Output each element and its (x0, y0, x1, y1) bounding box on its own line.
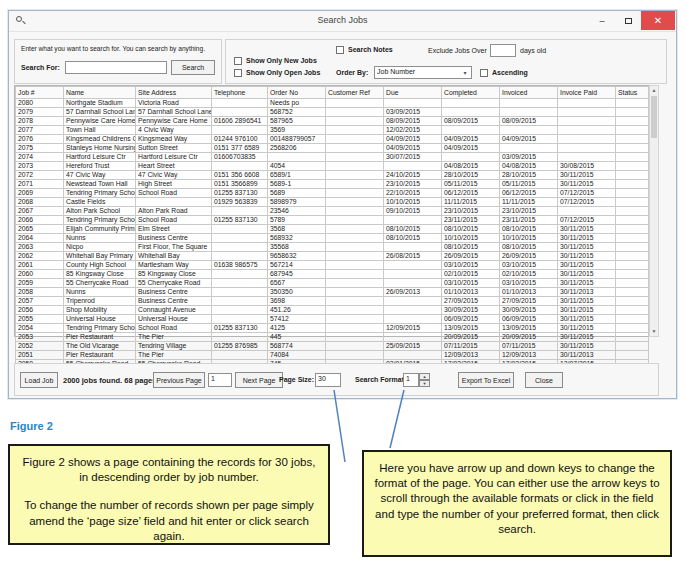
search-format-input[interactable]: 1 (403, 373, 419, 387)
show-only-new-jobs-checkbox[interactable] (234, 57, 242, 65)
scroll-down-icon[interactable]: ▼ (650, 327, 658, 336)
table-row[interactable]: 2078Pennywise Care HomePennywise Care Ho… (16, 117, 649, 126)
table-row[interactable]: 2065Elijah Community PrimaryElm Street35… (16, 225, 649, 234)
scrollbar-thumb[interactable] (651, 96, 657, 138)
close-window-button[interactable]: ✕ (641, 11, 675, 30)
table-row[interactable]: 2054Tendring Primary SchoolSchool Road01… (16, 324, 649, 333)
table-cell: 2076 (16, 135, 64, 144)
table-row[interactable]: 2075Stanleys Home Nursing CareSutton Str… (16, 144, 649, 153)
table-cell: 5689 (268, 189, 326, 198)
search-format-spinner: ▲ ▼ (419, 373, 430, 387)
table-row[interactable]: 2055Universal HouseUniversal House574120… (16, 315, 649, 324)
table-cell: 30/08/2015 (558, 162, 616, 171)
column-header[interactable]: Order No (268, 87, 326, 99)
table-row[interactable]: 2064NunnsBusiness Centre56893208/10/2015… (16, 234, 649, 243)
table-cell (616, 126, 649, 135)
table-row[interactable]: 2080Northgate StadiumVictoria RoadNeeds … (16, 99, 649, 108)
search-button[interactable]: Search (171, 60, 215, 75)
table-cell: 26/09/2015 (442, 252, 500, 261)
table-row[interactable]: 2051Pier RestaurantThe Pier7408412/09/20… (16, 351, 649, 360)
spinner-down-icon[interactable]: ▼ (419, 380, 430, 387)
column-header[interactable]: Telephone (212, 87, 268, 99)
table-row[interactable]: 2077Town Hall4 Civic Way356912/02/2015 (16, 126, 649, 135)
table-cell: 04/09/2015 (500, 135, 558, 144)
table-cell: 13/09/2015 (500, 324, 558, 333)
table-row[interactable]: 2074Hartford Leisure CtrHartford Leisure… (16, 153, 649, 162)
spinner-up-icon[interactable]: ▲ (419, 373, 430, 380)
table-cell (326, 225, 384, 234)
table-cell (616, 324, 649, 333)
table-cell (326, 117, 384, 126)
table-row[interactable]: 2052The Old VicarageTendring Village0125… (16, 342, 649, 351)
table-cell: 06/12/2015 (500, 189, 558, 198)
order-by-dropdown[interactable]: Job Number ▾ (374, 66, 472, 79)
column-header[interactable]: Name (64, 87, 136, 99)
scroll-up-icon[interactable]: ▲ (650, 86, 658, 95)
maximize-button[interactable] (615, 11, 641, 30)
table-row[interactable]: 2057TripenrodBusiness Centre369827/09/20… (16, 297, 649, 306)
show-only-open-jobs-checkbox[interactable] (234, 69, 242, 77)
table-cell: 568774 (268, 342, 326, 351)
table-cell (326, 108, 384, 117)
table-row[interactable]: 2053Pier RestaurantThe Pier44520/09/2015… (16, 333, 649, 342)
table-cell (616, 144, 649, 153)
page-number-input[interactable]: 1 (208, 373, 232, 387)
table-row[interactable]: 207957 Darnhall School Lane57 Darnhall S… (16, 108, 649, 117)
table-cell: Kingsmead Childrens Centre (64, 135, 136, 144)
search-input[interactable] (65, 61, 167, 74)
table-row[interactable]: 2056Shop MobilityConnaught Avenue451.263… (16, 306, 649, 315)
table-row[interactable]: 2073Hereford TrustHeart Street405404/08/… (16, 162, 649, 171)
table-cell (616, 153, 649, 162)
search-notes-checkbox[interactable] (336, 46, 344, 54)
table-cell: Martlesham Way (136, 261, 212, 270)
next-page-button[interactable]: Next Page (235, 372, 283, 388)
table-row[interactable]: 206085 Kingsway Close85 Kingsway Close68… (16, 270, 649, 279)
column-header[interactable]: Invoice Paid (558, 87, 616, 99)
column-header[interactable]: Invoiced (500, 87, 558, 99)
table-cell: 568932 (268, 234, 326, 243)
column-header[interactable]: Status (616, 87, 649, 99)
table-row[interactable]: 2061County High SchoolMartlesham Way0163… (16, 261, 649, 270)
column-header[interactable]: Site Address (136, 87, 212, 99)
column-header[interactable]: Completed (442, 87, 500, 99)
table-row[interactable]: 2063NicpoFirst Floor, The Square3556808/… (16, 243, 649, 252)
table-row[interactable]: 207247 Civic Way47 Civic Way0151 356 660… (16, 171, 649, 180)
table-row[interactable]: 2076Kingsmead Childrens CentreKingsmead … (16, 135, 649, 144)
table-row[interactable]: 205955 Cherrycake Road55 Cherrycake Road… (16, 279, 649, 288)
table-cell (616, 315, 649, 324)
minimize-button[interactable]: – (589, 11, 615, 30)
column-header[interactable]: Due (384, 87, 442, 99)
table-cell: School Road (136, 189, 212, 198)
table-cell: Business Centre (136, 288, 212, 297)
table-row[interactable]: 2069Tendring Primary SchoolSchool Road01… (16, 189, 649, 198)
table-row[interactable]: 2071Newstead Town HallHigh Street0151 35… (16, 180, 649, 189)
table-cell: Stanleys Home Nursing Care (64, 144, 136, 153)
page-size-input[interactable]: 30 (315, 373, 341, 387)
table-cell (268, 153, 326, 162)
table-cell: Hartford Leisure Ctr (64, 153, 136, 162)
table-row[interactable]: 2068Castle Fields01929 563839589897910/1… (16, 198, 649, 207)
table-cell: 2066 (16, 216, 64, 225)
table-row[interactable]: 2058NunnsBusiness Centre35035026/09/2013… (16, 288, 649, 297)
table-row[interactable]: 2066Tendring Primary SchoolSchool Road01… (16, 216, 649, 225)
table-cell: 35568 (268, 243, 326, 252)
grid-vertical-scrollbar[interactable]: ▲ ▼ (649, 85, 659, 337)
table-row[interactable]: 2067Alton Park SchoolAlton Park Road2354… (16, 207, 649, 216)
table-cell (326, 333, 384, 342)
table-cell (212, 306, 268, 315)
search-for-label: Search For: (21, 64, 60, 71)
previous-page-button[interactable]: Previous Page (153, 372, 205, 388)
table-cell (616, 333, 649, 342)
close-button[interactable]: Close (525, 372, 563, 388)
table-cell: 587965 (268, 117, 326, 126)
table-row[interactable]: 2062Whitehall Bay PrimaryWhitehall Bay96… (16, 252, 649, 261)
table-cell: 06/09/2015 (500, 315, 558, 324)
load-job-button[interactable]: Load Job (20, 372, 58, 388)
table-cell: Tendring Primary School (64, 324, 136, 333)
ascending-checkbox[interactable] (480, 69, 488, 77)
column-header[interactable]: Customer Ref (326, 87, 384, 99)
export-to-excel-button[interactable]: Export To Excel (458, 372, 514, 388)
column-header[interactable]: Job # (16, 87, 64, 99)
exclude-days-input[interactable] (490, 44, 516, 57)
table-cell: 06/09/2015 (442, 315, 500, 324)
